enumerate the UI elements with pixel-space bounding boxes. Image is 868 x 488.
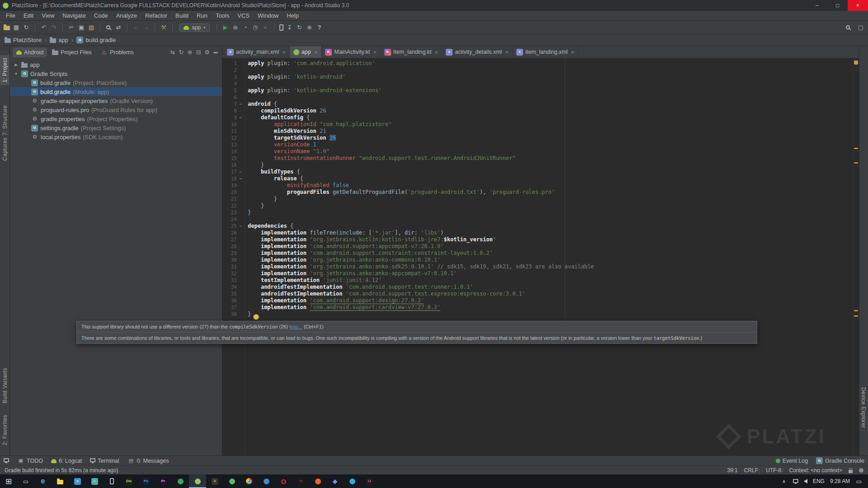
tool-stripe-build-variants[interactable]: Build Variants: [0, 365, 9, 406]
menu-item-help[interactable]: Help: [283, 12, 303, 19]
tool-button-messages[interactable]: ▤0: Messages: [127, 457, 169, 465]
taskbar-android-studio[interactable]: [189, 474, 206, 488]
volume-icon[interactable]: [804, 479, 807, 483]
undo-icon[interactable]: ↶: [40, 24, 47, 31]
coverage-icon[interactable]: ◔: [242, 24, 249, 31]
menu-item-analyze[interactable]: Analyze: [112, 12, 141, 19]
tree-item-proguard-rules-pro-proguard-rules-for-app[interactable]: ⚙proguard-rules.pro(ProGuard Rules for a…: [10, 105, 222, 114]
close-tab-icon[interactable]: ×: [571, 49, 575, 56]
tree-item-app[interactable]: ▶app: [10, 60, 222, 69]
minimize-button[interactable]: –: [807, 0, 827, 11]
close-tab-icon[interactable]: ×: [505, 49, 509, 56]
notification-center-icon[interactable]: ▭: [855, 478, 863, 485]
close-button[interactable]: ×: [848, 0, 868, 11]
network-icon[interactable]: [793, 479, 798, 483]
open-project-icon[interactable]: [4, 26, 10, 30]
close-tab-icon[interactable]: ×: [373, 49, 377, 56]
warning-stripe-mark[interactable]: [854, 148, 858, 149]
redo-icon[interactable]: ↷: [50, 24, 57, 31]
tool-button-gradle-console[interactable]: GGradle Console: [816, 457, 864, 464]
tree-collapsed-arrow-icon[interactable]: ▶: [13, 63, 19, 67]
warning-stripe-mark[interactable]: [854, 310, 858, 311]
status-context-no-context[interactable]: Context: <no context>: [789, 467, 842, 474]
taskbar-photoshop[interactable]: Ps: [137, 474, 155, 488]
taskbar-opera[interactable]: O: [275, 474, 292, 488]
sdk-manager-icon[interactable]: ↧: [286, 24, 293, 31]
fold-marker-icon[interactable]: −: [237, 169, 244, 175]
editor-tab-activity-main-xml[interactable]: xactivity_main.xml×: [223, 46, 290, 58]
inspection-status-icon[interactable]: [854, 61, 858, 65]
menu-item-code[interactable]: Code: [90, 12, 112, 19]
editor-tab-app[interactable]: app×: [290, 46, 321, 58]
profile-icon[interactable]: ◷: [252, 24, 259, 31]
taskbar-brave[interactable]: [309, 474, 326, 488]
attach-debugger-icon[interactable]: ⊕: [306, 24, 313, 31]
fold-marker-icon[interactable]: −: [237, 175, 244, 182]
switch-views-icon[interactable]: ⇆: [169, 49, 176, 56]
tree-item-settings-gradle-project-settings[interactable]: Gsettings.gradle(Project Settings): [10, 123, 222, 132]
tool-stripe-2-favorites[interactable]: 2: Favorites: [0, 412, 9, 448]
fold-marker-icon[interactable]: −: [237, 114, 244, 121]
editor-tab-mainactivity-kt[interactable]: KMainActivity.kt×: [321, 46, 381, 58]
settings-gear-icon[interactable]: ⚙: [203, 49, 211, 56]
menu-item-edit[interactable]: Edit: [19, 12, 38, 19]
taskbar-intellij[interactable]: IJ: [361, 474, 378, 488]
taskbar-telegram[interactable]: [344, 474, 361, 488]
tree-expanded-arrow-icon[interactable]: ▼: [13, 72, 19, 76]
tree-item-build-gradle-project-platzistore[interactable]: Gbuild.gradle(Project: PlatziStore): [10, 78, 222, 87]
taskbar-sublime-text[interactable]: S: [206, 474, 223, 488]
tool-button-event-log[interactable]: Event Log: [776, 458, 808, 464]
warning-stripe-mark[interactable]: [854, 162, 858, 164]
locate-icon[interactable]: ⊕: [186, 49, 193, 56]
panel-tab-project-files[interactable]: Project Files: [48, 47, 95, 57]
collapse-all-icon[interactable]: ⊟: [195, 49, 202, 56]
tool-button-todo[interactable]: ▣TODO: [17, 457, 43, 465]
copy-icon[interactable]: ▣: [78, 24, 85, 31]
menu-item-window[interactable]: Window: [254, 12, 283, 19]
taskbar-edge[interactable]: e: [34, 474, 52, 488]
avd-manager-icon[interactable]: [279, 24, 283, 31]
status-indicator-icon[interactable]: [859, 468, 863, 473]
close-tab-icon[interactable]: ×: [435, 49, 439, 56]
taskbar-gitkraken[interactable]: [172, 474, 189, 488]
back-icon[interactable]: ←: [132, 24, 140, 31]
status-crlf[interactable]: CRLF:: [744, 467, 760, 474]
menu-item-tools[interactable]: Tools: [212, 12, 233, 19]
help-icon[interactable]: ?: [316, 24, 323, 31]
build-icon[interactable]: ⚒: [160, 24, 167, 31]
editor-tab-item-landing-xml[interactable]: xitem_landing.xml×: [513, 46, 578, 58]
sync-files-icon[interactable]: ↻: [23, 24, 30, 31]
run-icon[interactable]: ▶: [222, 24, 229, 31]
gradle-sync-icon[interactable]: ↻: [296, 24, 303, 31]
close-tab-icon[interactable]: ×: [282, 49, 286, 56]
taskbar-thunderbird[interactable]: [258, 474, 275, 488]
taskbar-task-view[interactable]: ▭: [17, 474, 34, 488]
stop-icon[interactable]: ■: [262, 24, 269, 31]
taskbar-file-explorer[interactable]: [52, 474, 69, 488]
cut-icon[interactable]: ✂: [68, 24, 75, 31]
taskbar-calculator[interactable]: =: [69, 474, 86, 488]
tool-stripe-1-project[interactable]: 1: Project: [0, 55, 9, 85]
find-icon[interactable]: [106, 25, 110, 29]
tool-button-terminal[interactable]: Terminal: [90, 458, 119, 464]
code-editor[interactable]: 1apply plugin: 'com.android.application'…: [222, 58, 859, 455]
tree-item-gradle-wrapper-properties-gradle-version[interactable]: ⚙gradle-wrapper.properties(Gradle Versio…: [10, 96, 222, 105]
taskbar-start[interactable]: ⊞: [0, 474, 17, 488]
menu-item-refactor[interactable]: Refactor: [141, 12, 171, 19]
panel-tab-android[interactable]: Android: [13, 47, 47, 57]
lock-icon[interactable]: [849, 470, 853, 473]
menu-item-navigate[interactable]: Navigate: [58, 12, 90, 19]
language-indicator[interactable]: ENG: [813, 478, 825, 484]
status-utf-8[interactable]: UTF-8:: [766, 467, 783, 474]
debug-icon[interactable]: ⊚: [232, 24, 239, 31]
save-all-icon[interactable]: ▦: [13, 24, 20, 31]
breadcrumb-build-gradle[interactable]: Gbuild.gradle: [76, 37, 116, 43]
status-39-1[interactable]: 39:1: [727, 467, 737, 474]
tree-item-build-gradle-module-app[interactable]: Gbuild.gradle(Module: app): [10, 87, 222, 96]
taskbar-netflix[interactable]: N: [292, 474, 309, 488]
taskbar-store[interactable]: ⌂: [86, 474, 103, 488]
tool-button-logcat[interactable]: 6: Logcat: [51, 458, 82, 464]
paste-icon[interactable]: ▨: [88, 24, 95, 31]
taskbar-your-phone[interactable]: [103, 474, 120, 488]
taskbar-chrome[interactable]: [241, 474, 258, 488]
